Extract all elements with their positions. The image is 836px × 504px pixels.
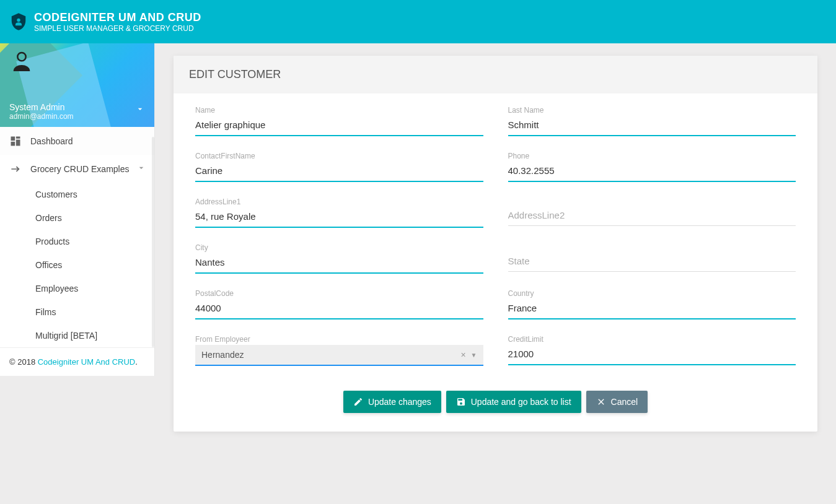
- top-header: CODEIGNITER UM AND CRUD SIMPLE USER MANA…: [0, 0, 836, 43]
- logo-icon: [9, 12, 28, 31]
- svg-point-0: [17, 19, 20, 22]
- header-subtitle: SIMPLE USER MANAGER & GROCERY CRUD: [34, 24, 201, 33]
- header-title: CODEIGNITER UM AND CRUD: [34, 11, 201, 24]
